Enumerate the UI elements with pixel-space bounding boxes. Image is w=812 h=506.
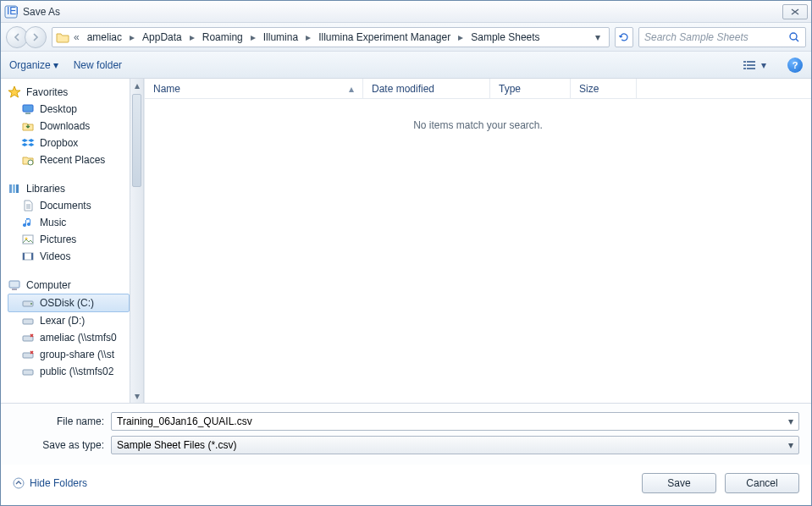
- search-input[interactable]: [644, 31, 788, 43]
- tree-item-lexar[interactable]: Lexar (D:): [8, 312, 130, 329]
- svg-rect-13: [13, 184, 15, 193]
- cancel-button[interactable]: Cancel: [725, 473, 799, 493]
- window-title: Save As: [23, 6, 60, 18]
- scroll-up-icon[interactable]: ▴: [130, 79, 143, 92]
- savetype-combo[interactable]: Sample Sheet Files (*.csv) ▾: [111, 436, 799, 454]
- favorites-header[interactable]: Favorites: [8, 84, 130, 101]
- column-name[interactable]: Name ▴: [145, 79, 363, 98]
- empty-message: No items match your search.: [145, 99, 811, 403]
- svg-rect-3: [743, 61, 746, 63]
- breadcrumb-item[interactable]: ameliac: [84, 30, 125, 45]
- chevron-down-icon: ▾: [788, 439, 793, 451]
- libraries-icon: [8, 182, 21, 195]
- breadcrumb-item[interactable]: AppData: [139, 30, 185, 45]
- chevron-right-icon: ▸: [456, 31, 466, 43]
- file-listing: Name ▴ Date modified Type Size No items …: [144, 79, 811, 403]
- svg-rect-26: [23, 353, 33, 358]
- address-dropdown[interactable]: ▾: [590, 31, 605, 43]
- hide-folders-button[interactable]: Hide Folders: [13, 477, 87, 489]
- music-icon: [21, 216, 35, 229]
- tree-item-osdisk[interactable]: OSDisk (C:): [8, 294, 130, 312]
- nav-buttons: [6, 26, 47, 48]
- refresh-button[interactable]: [615, 27, 633, 47]
- help-button[interactable]: ?: [787, 58, 803, 73]
- column-type[interactable]: Type: [490, 79, 571, 98]
- tree-item-network-drive[interactable]: public (\\stmfs02: [8, 363, 130, 380]
- tree-item-label: Downloads: [40, 120, 90, 132]
- filename-field[interactable]: ▾: [111, 412, 799, 431]
- toolbar: Organize ▾ New folder ▾ ?: [1, 52, 811, 79]
- breadcrumb-item[interactable]: Sample Sheets: [467, 30, 543, 45]
- arrow-left-icon: [13, 33, 21, 41]
- column-label: Size: [579, 83, 599, 95]
- tree-item-label: Lexar (D:): [40, 315, 85, 327]
- breadcrumb-overflow[interactable]: «: [71, 31, 82, 43]
- view-icon: [743, 59, 756, 71]
- chevron-down-icon[interactable]: ▾: [788, 415, 793, 427]
- save-button[interactable]: Save: [642, 473, 716, 493]
- chevron-right-icon: ▸: [187, 31, 197, 43]
- column-date[interactable]: Date modified: [363, 79, 490, 98]
- column-label: Name: [153, 83, 180, 95]
- scroll-down-icon[interactable]: ▾: [130, 389, 143, 403]
- tree-item-label: Videos: [40, 250, 70, 262]
- svg-rect-27: [23, 370, 33, 375]
- tree-item-recent[interactable]: Recent Places: [8, 151, 130, 168]
- savetype-label: Save as type:: [13, 439, 111, 451]
- tree-item-documents[interactable]: Documents: [8, 197, 130, 214]
- tree-label: Favorites: [26, 86, 68, 98]
- svg-text:IEM: IEM: [7, 5, 18, 17]
- breadcrumb-item[interactable]: Illumina Experiment Manager: [315, 30, 454, 45]
- search-icon: [788, 31, 800, 43]
- tree-item-dropbox[interactable]: Dropbox: [8, 135, 130, 151]
- scrollbar-thumb[interactable]: [132, 94, 141, 187]
- column-size[interactable]: Size: [571, 79, 637, 98]
- tree-item-network-drive[interactable]: group-share (\\st: [8, 346, 130, 363]
- tree-item-label: OSDisk (C:): [40, 297, 94, 309]
- search-box[interactable]: [638, 27, 806, 47]
- computer-header[interactable]: Computer: [8, 277, 130, 294]
- tree-item-music[interactable]: Music: [8, 214, 130, 231]
- filename-input[interactable]: [117, 415, 788, 427]
- tree-item-pictures[interactable]: Pictures: [8, 231, 130, 248]
- favorites-group: Favorites Desktop Downloads Dropbox Rece…: [8, 84, 130, 168]
- forward-button[interactable]: [25, 26, 47, 48]
- tree-scrollbar[interactable]: ▴ ▾: [130, 79, 144, 403]
- computer-group: Computer OSDisk (C:) Lexar (D:) ameliac …: [8, 277, 130, 380]
- savetype-value: Sample Sheet Files (*.csv): [117, 439, 236, 451]
- tree-item-desktop[interactable]: Desktop: [8, 101, 130, 118]
- save-as-dialog: IEM Save As « ameliac ▸ AppData ▸ Roam: [0, 0, 812, 506]
- breadcrumb-item[interactable]: Roaming: [199, 30, 246, 45]
- tree-item-label: Dropbox: [40, 137, 78, 149]
- svg-rect-21: [12, 289, 17, 290]
- drive-icon: [21, 314, 35, 327]
- tree-item-network-drive[interactable]: ameliac (\\stmfs0: [8, 329, 130, 346]
- close-button[interactable]: [782, 4, 808, 19]
- tree-item-label: Desktop: [40, 103, 77, 115]
- view-options-button[interactable]: ▾: [737, 56, 772, 74]
- tree-item-downloads[interactable]: Downloads: [8, 118, 130, 135]
- folder-icon: [56, 30, 69, 44]
- address-bar[interactable]: « ameliac ▸ AppData ▸ Roaming ▸ Illumina…: [52, 27, 610, 47]
- downloads-icon: [21, 119, 35, 133]
- organize-button[interactable]: Organize ▾: [9, 59, 58, 71]
- svg-point-11: [28, 160, 33, 165]
- savetype-row: Save as type: Sample Sheet Files (*.csv)…: [13, 436, 799, 454]
- svg-rect-20: [9, 281, 19, 288]
- network-drive-icon: [21, 348, 35, 361]
- svg-rect-14: [16, 184, 19, 193]
- dropbox-icon: [21, 136, 35, 150]
- filename-row: File name: ▾: [13, 412, 799, 431]
- tree-label: Computer: [26, 279, 71, 291]
- collapse-icon: [13, 477, 25, 489]
- network-drive-icon: [21, 365, 35, 378]
- new-folder-button[interactable]: New folder: [74, 59, 122, 71]
- tree-item-videos[interactable]: Videos: [8, 248, 130, 265]
- tree-item-label: Music: [40, 217, 66, 228]
- tree-item-label: Documents: [40, 200, 91, 212]
- organize-label: Organize: [9, 59, 51, 71]
- libraries-header[interactable]: Libraries: [8, 180, 130, 197]
- titlebar: IEM Save As: [1, 1, 811, 23]
- breadcrumb-item[interactable]: Illumina: [260, 30, 301, 45]
- main-area: Favorites Desktop Downloads Dropbox Rece…: [1, 79, 811, 403]
